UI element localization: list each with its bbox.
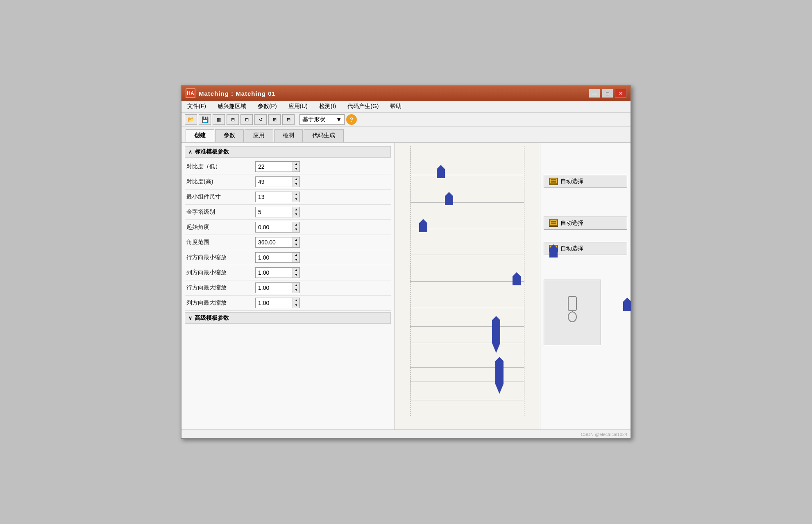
tab-codegen[interactable]: 代码生成 xyxy=(304,129,344,142)
app-logo: HA xyxy=(186,88,195,98)
row-min-scale-input[interactable] xyxy=(256,253,293,262)
contrast-high-down[interactable]: ▼ xyxy=(293,182,299,187)
center-panel xyxy=(395,143,540,429)
param-input-row-min-scale[interactable]: ▲ ▼ xyxy=(255,252,300,263)
advanced-section-toggle[interactable]: ∨ xyxy=(188,315,192,321)
start-angle-down[interactable]: ▼ xyxy=(293,227,299,232)
menu-help[interactable]: 帮助 xyxy=(388,102,404,111)
param-input-row-max-scale[interactable]: ▲ ▼ xyxy=(255,282,300,293)
auto-select-icon-2 xyxy=(549,219,558,227)
help-button[interactable]: ? xyxy=(346,114,357,125)
advanced-section-header: ∨ 高级模板参数 xyxy=(185,312,391,324)
track-7b xyxy=(410,343,524,343)
menu-detect[interactable]: 检测(I) xyxy=(317,102,338,111)
min-size-up[interactable]: ▲ xyxy=(293,192,299,197)
contrast-low-input[interactable] xyxy=(256,162,293,172)
param-input-min-size[interactable]: ▲ ▼ xyxy=(255,192,300,202)
angle-range-input[interactable] xyxy=(256,237,293,247)
tool6-button[interactable]: ⊟ xyxy=(282,114,295,125)
row-max-scale-input[interactable] xyxy=(256,283,293,293)
shape-dropdown[interactable]: 基于形状 ▼ xyxy=(299,114,345,125)
contrast-high-up[interactable]: ▲ xyxy=(293,177,299,182)
col-max-scale-up[interactable]: ▲ xyxy=(293,298,299,303)
slider-marker-7b[interactable] xyxy=(492,332,500,354)
main-window: HA Matching : Matching 01 — □ ✕ 文件(F) 感兴… xyxy=(181,85,631,439)
param-input-contrast-high[interactable]: ▲ ▼ xyxy=(255,176,300,187)
row-max-scale-up[interactable]: ▲ xyxy=(293,283,299,288)
track-2 xyxy=(410,202,524,203)
slider-marker-4[interactable] xyxy=(549,244,558,259)
min-size-input[interactable] xyxy=(256,192,293,202)
svg-marker-1 xyxy=(445,192,453,205)
contrast-low-up[interactable]: ▲ xyxy=(293,162,299,167)
col-min-scale-up[interactable]: ▲ xyxy=(293,268,299,273)
col-min-scale-input[interactable] xyxy=(256,268,293,278)
slider-marker-1[interactable] xyxy=(437,165,445,179)
close-button[interactable]: ✕ xyxy=(615,89,626,98)
track-4 xyxy=(410,255,524,255)
tool3-button[interactable]: ⊡ xyxy=(240,114,253,125)
menu-file[interactable]: 文件(F) xyxy=(185,102,209,111)
slider-marker-2[interactable] xyxy=(445,192,453,206)
save-button[interactable]: 💾 xyxy=(199,114,211,125)
menu-params[interactable]: 参数(P) xyxy=(255,102,279,111)
svg-marker-2 xyxy=(419,219,427,232)
pyramid-down[interactable]: ▼ xyxy=(293,212,299,217)
row-max-scale-down[interactable]: ▼ xyxy=(293,288,299,293)
maximize-button[interactable]: □ xyxy=(602,89,613,98)
slider-marker-3[interactable] xyxy=(419,219,427,233)
tab-create[interactable]: 创建 xyxy=(186,129,214,142)
slider-marker-8b[interactable] xyxy=(495,373,504,395)
open-button[interactable]: 📂 xyxy=(185,114,197,125)
pyramid-up[interactable]: ▲ xyxy=(293,207,299,212)
auto-select-label-1: 自动选择 xyxy=(560,178,583,185)
contrast-low-down[interactable]: ▼ xyxy=(293,167,299,172)
minimize-button[interactable]: — xyxy=(589,89,600,98)
menu-codegen[interactable]: 代码产生(G) xyxy=(345,102,381,111)
start-angle-spinner: ▲ ▼ xyxy=(293,222,299,232)
menu-roi[interactable]: 感兴趣区域 xyxy=(215,102,249,111)
param-row-angle-range: 角度范围 ▲ ▼ xyxy=(185,235,391,250)
tool1-button[interactable]: ▦ xyxy=(213,114,225,125)
auto-select-button-1[interactable]: 自动选择 xyxy=(544,175,627,188)
col-max-scale-spinner: ▲ ▼ xyxy=(293,298,299,308)
col-min-scale-down[interactable]: ▼ xyxy=(293,273,299,278)
row-min-scale-down[interactable]: ▼ xyxy=(293,257,299,262)
auto-select-button-2[interactable]: 自动选择 xyxy=(544,217,627,230)
slider-marker-6[interactable] xyxy=(623,298,631,312)
col-max-scale-input[interactable] xyxy=(256,298,293,308)
start-angle-up[interactable]: ▲ xyxy=(293,222,299,227)
param-label-contrast-low: 对比度（低） xyxy=(186,163,252,170)
min-size-down[interactable]: ▼ xyxy=(293,197,299,202)
tool5-button[interactable]: ⊞ xyxy=(268,114,281,125)
param-input-pyramid[interactable]: ▲ ▼ xyxy=(255,207,300,217)
param-input-start-angle[interactable]: ▲ ▼ xyxy=(255,222,300,233)
row-min-scale-up[interactable]: ▲ xyxy=(293,253,299,257)
menu-apply[interactable]: 应用(U) xyxy=(286,102,310,111)
standard-section-label: 标准模板参数 xyxy=(195,148,229,156)
standard-section-toggle[interactable]: ∧ xyxy=(188,149,192,155)
tool4-button[interactable]: ↺ xyxy=(254,114,267,125)
tab-detect[interactable]: 检测 xyxy=(274,129,303,142)
param-input-contrast-low[interactable]: ▲ ▼ xyxy=(255,161,300,172)
param-input-col-min-scale[interactable]: ▲ ▼ xyxy=(255,267,300,278)
param-input-col-max-scale[interactable]: ▲ ▼ xyxy=(255,298,300,308)
col-max-scale-down[interactable]: ▼ xyxy=(293,303,299,308)
pyramid-input[interactable] xyxy=(256,207,293,217)
svg-rect-11 xyxy=(495,367,504,374)
angle-range-down[interactable]: ▼ xyxy=(293,242,299,247)
param-label-pyramid: 金字塔级别 xyxy=(186,208,252,216)
slider-marker-5[interactable] xyxy=(513,272,521,287)
contrast-high-input[interactable] xyxy=(256,177,293,187)
tool2-button[interactable]: ⊞ xyxy=(227,114,239,125)
start-angle-input[interactable] xyxy=(256,222,293,232)
angle-range-up[interactable]: ▲ xyxy=(293,237,299,242)
svg-point-21 xyxy=(568,312,576,322)
tab-params[interactable]: 参数 xyxy=(215,129,244,142)
svg-rect-16 xyxy=(551,221,556,225)
svg-marker-6 xyxy=(492,316,500,326)
tab-apply[interactable]: 应用 xyxy=(245,129,273,142)
auto-select-label-2: 自动选择 xyxy=(560,219,583,227)
track-9 xyxy=(410,400,524,400)
param-input-angle-range[interactable]: ▲ ▼ xyxy=(255,237,300,248)
